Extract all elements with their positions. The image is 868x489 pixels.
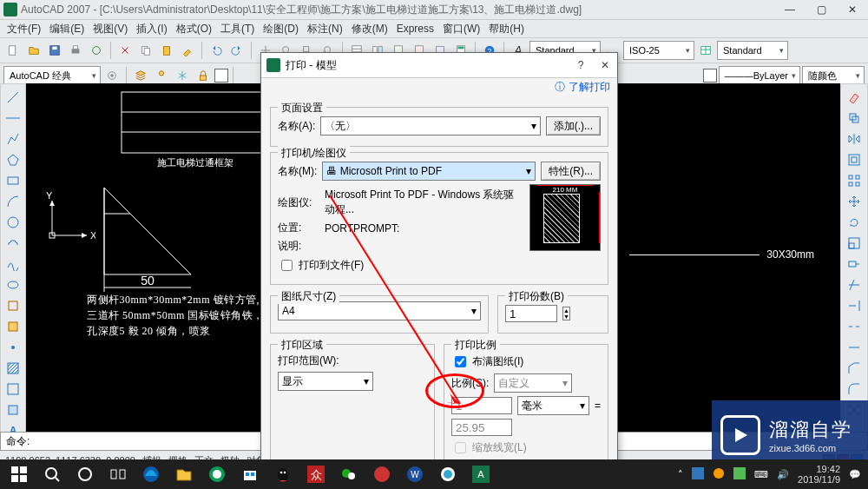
notification-icon[interactable]: 💬: [849, 469, 861, 480]
workspace-combo[interactable]: AutoCAD 经典▾: [3, 66, 101, 85]
offset-icon[interactable]: [846, 152, 862, 168]
ellipse-icon[interactable]: [5, 277, 21, 293]
color-swatch[interactable]: [703, 69, 717, 83]
printer-combo[interactable]: 🖶 Microsoft Print to PDF▾: [322, 162, 536, 181]
revcloud-icon[interactable]: [5, 235, 21, 251]
matchprop-icon[interactable]: [178, 41, 197, 60]
cut-icon[interactable]: [115, 41, 135, 60]
join-icon[interactable]: [846, 340, 862, 355]
move-icon[interactable]: [846, 194, 862, 209]
linetype-combo[interactable]: ———ByLayer▾: [719, 66, 800, 85]
undo-icon[interactable]: [207, 41, 226, 60]
taskview-icon[interactable]: [106, 462, 130, 486]
array-icon[interactable]: [846, 173, 862, 188]
edge-icon[interactable]: [139, 462, 163, 486]
polyline-icon[interactable]: [5, 131, 21, 147]
tray-icon-3[interactable]: [733, 467, 746, 481]
paper-size-combo[interactable]: A4▾: [278, 301, 481, 320]
extend-icon[interactable]: [846, 298, 862, 314]
autocad-task-icon[interactable]: A: [469, 462, 493, 486]
explorer-icon[interactable]: [172, 462, 196, 486]
redo-icon[interactable]: [227, 41, 247, 60]
fillet-icon[interactable]: [846, 381, 862, 397]
scale-unit-combo[interactable]: 毫米▾: [517, 396, 589, 415]
menu-insert[interactable]: 插入(I): [136, 22, 167, 36]
close-button[interactable]: ✕: [837, 0, 868, 19]
menu-modify[interactable]: 修改(M): [352, 22, 388, 36]
min-button[interactable]: —: [774, 0, 806, 19]
copies-input[interactable]: [505, 305, 557, 322]
tray-icon-1[interactable]: [692, 467, 704, 481]
workspace-gear-icon[interactable]: [102, 66, 122, 85]
gradient-icon[interactable]: [5, 381, 21, 397]
tablestyle-icon[interactable]: [696, 41, 715, 60]
erase-icon[interactable]: [846, 89, 862, 105]
layer-freeze-icon[interactable]: [173, 66, 192, 85]
paste-icon[interactable]: [157, 41, 176, 60]
trim-icon[interactable]: [846, 277, 862, 293]
dialog-close-button[interactable]: ✕: [593, 59, 617, 71]
search-icon[interactable]: [40, 462, 64, 486]
polygon-icon[interactable]: [5, 152, 21, 168]
menu-dim[interactable]: 标注(N): [307, 22, 343, 36]
menu-format[interactable]: 格式(O): [176, 22, 212, 36]
menu-view[interactable]: 视图(V): [93, 22, 128, 36]
menu-file[interactable]: 文件(F): [7, 22, 41, 36]
wps-icon[interactable]: W: [403, 462, 427, 486]
arc-icon[interactable]: [5, 194, 21, 209]
print-range-combo[interactable]: 显示▾: [278, 372, 373, 391]
app-icon-red[interactable]: [370, 462, 394, 486]
new-icon[interactable]: [3, 41, 23, 60]
tray-vol-icon[interactable]: 🔊: [777, 469, 789, 480]
menu-draw[interactable]: 绘图(D): [263, 22, 299, 36]
spinner-icon[interactable]: ▲▼: [562, 307, 570, 320]
mirror-icon[interactable]: [846, 131, 862, 147]
menu-tools[interactable]: 工具(T): [220, 22, 254, 36]
block-icon[interactable]: [5, 319, 21, 334]
menu-edit[interactable]: 编辑(E): [49, 22, 84, 36]
store-icon[interactable]: [238, 462, 262, 486]
break-icon[interactable]: [846, 319, 862, 334]
circle-icon[interactable]: [5, 215, 21, 230]
page-setup-combo[interactable]: 〈无〉▾: [320, 116, 540, 135]
tablestyle-combo[interactable]: Standard▾: [717, 41, 788, 60]
layer-lock-icon[interactable]: [194, 66, 213, 85]
tray-chevron-icon[interactable]: ˄: [678, 469, 683, 480]
point-icon[interactable]: [5, 340, 21, 355]
menu-window[interactable]: 窗口(W): [443, 22, 480, 36]
learn-print-link[interactable]: 了解打印: [569, 80, 610, 95]
layer-manager-icon[interactable]: [131, 66, 150, 85]
app-icon-w[interactable]: 众: [304, 462, 328, 486]
rect-icon[interactable]: [5, 173, 21, 188]
chamfer-icon[interactable]: [846, 360, 862, 376]
rotate-icon[interactable]: [846, 215, 862, 230]
print-to-file-check[interactable]: 打印到文件(F): [278, 257, 364, 274]
browser-icon[interactable]: [205, 462, 229, 486]
fit-to-paper-check[interactable]: 布满图纸(I): [451, 354, 523, 370]
copy-icon[interactable]: [136, 41, 155, 60]
taskbar-clock[interactable]: 19:422019/11/9: [798, 464, 840, 485]
dialog-help-button[interactable]: ?: [569, 59, 593, 71]
app-icon-cyan[interactable]: [436, 462, 460, 486]
line-icon[interactable]: [5, 89, 21, 105]
save-icon[interactable]: [45, 41, 64, 60]
printer-properties-button[interactable]: 特性(R)...: [541, 162, 601, 181]
add-page-setup-button[interactable]: 添加(.)...: [546, 116, 601, 135]
spline-icon[interactable]: [5, 256, 21, 272]
scale-icon[interactable]: [846, 235, 862, 251]
color-combo[interactable]: 随颜色▾: [802, 66, 865, 85]
region-icon[interactable]: [5, 402, 21, 418]
tray-icon-2[interactable]: [713, 467, 725, 481]
insert-icon[interactable]: [5, 298, 21, 314]
start-icon[interactable]: [7, 462, 31, 486]
plot-preview-icon[interactable]: [87, 41, 106, 60]
open-icon[interactable]: [24, 41, 43, 60]
qq-icon[interactable]: [271, 462, 295, 486]
cortana-icon[interactable]: [73, 462, 97, 486]
layer-filter-icon[interactable]: [152, 66, 171, 85]
menu-help[interactable]: 帮助(H): [489, 22, 524, 36]
stretch-icon[interactable]: [846, 256, 862, 272]
copy2-icon[interactable]: [846, 110, 862, 126]
wechat-icon[interactable]: [337, 462, 361, 486]
layer-color-swatch[interactable]: [214, 69, 228, 83]
